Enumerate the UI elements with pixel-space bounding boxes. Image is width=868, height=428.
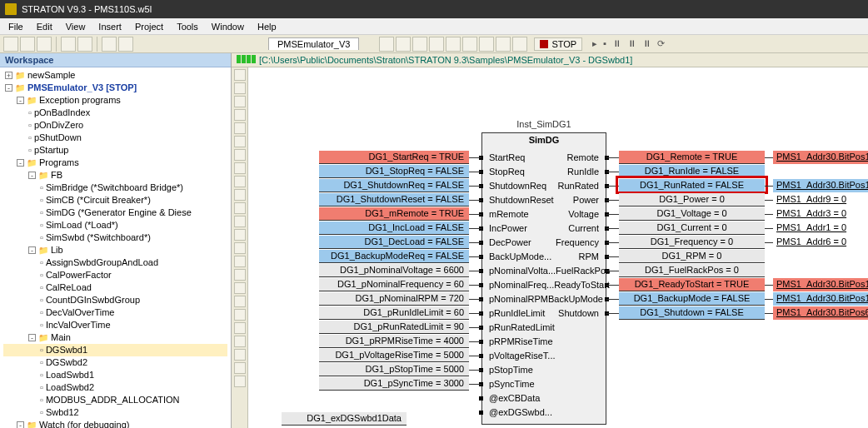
input-value-box[interactable]: DG1_pRunRatedLimit = 90 [319, 321, 469, 334]
address-link[interactable]: PMS1_Addr30.BitPos14... [773, 292, 868, 306]
menu-help[interactable]: Help [252, 20, 282, 33]
address-link[interactable]: PMS1_Addr30.BitPos6 = [773, 306, 868, 320]
input-value-box[interactable]: DG1_IncLoad = FALSE [319, 221, 469, 235]
toolbar-button[interactable] [429, 37, 444, 52]
menu-view[interactable]: View [61, 20, 91, 33]
toolbar-button[interactable] [496, 37, 511, 52]
input-value-box[interactable]: DG1_StopReq = FALSE [319, 165, 469, 178]
toolbar-button[interactable] [412, 37, 427, 52]
input-value-box[interactable]: DG1_pStopTime = 5000 [319, 363, 469, 376]
input-value-box[interactable]: DG1_pNominalRPM = 720 [319, 292, 469, 306]
output-value-box[interactable]: DG1_Frequency = 0 [619, 236, 765, 249]
output-value-box[interactable]: DG1_Remote = TRUE [619, 151, 765, 164]
toolbar-button[interactable] [462, 37, 477, 52]
toolbar-button[interactable] [118, 37, 133, 52]
tree-node[interactable]: AssignSwbdGroupAndLoad [3, 256, 227, 269]
tree-node[interactable]: LoadSwbd2 [3, 381, 227, 394]
tree-node[interactable]: pOnDivZero [3, 119, 227, 132]
tree-node[interactable]: -Watch (for debugging) [3, 419, 227, 428]
input-value-box[interactable]: DG1_mRemote = TRUE [319, 207, 469, 221]
tree-toggle-icon[interactable]: - [17, 97, 24, 104]
editor-tab[interactable]: PMSEmulator_V3 [268, 37, 359, 50]
input-value-box[interactable]: DG1_StartReq = TRUE [319, 151, 469, 164]
output-value-box[interactable]: DG1_Shutdown = FALSE [619, 306, 765, 320]
toolbar-button[interactable] [3, 37, 18, 52]
input-value-box[interactable]: DG1_exDGSwbd1Data [282, 412, 407, 426]
output-value-box[interactable]: DG1_Current = 0 [619, 221, 765, 235]
menu-tools[interactable]: Tools [172, 20, 203, 33]
address-link[interactable]: PMS1_Addr30.BitPos11... [773, 179, 868, 192]
tree-node[interactable]: SimLoad (*Load*) [3, 219, 227, 231]
tree-node[interactable]: CalPowerFactor [3, 269, 227, 281]
tree-node[interactable]: -Exception programs [3, 94, 227, 107]
tree-toggle-icon[interactable]: - [17, 421, 24, 428]
tree-node[interactable]: IncValOverTime [3, 319, 227, 331]
tree-node[interactable]: -Lib [3, 244, 227, 256]
output-value-box[interactable]: DG1_RunRated = FALSE [619, 179, 765, 192]
input-value-box[interactable]: DG1_pNominalVoltage = 6600 [319, 264, 469, 277]
address-link[interactable]: PMS1_Addr30.BitPos13... [773, 151, 868, 164]
toolbar-button[interactable] [37, 37, 52, 52]
input-value-box[interactable]: DG1_pNominalFrequency = 60 [319, 278, 469, 291]
menu-window[interactable]: Window [207, 20, 249, 33]
toolbar-button[interactable] [20, 37, 35, 52]
input-value-box[interactable]: DG1_DecLoad = FALSE [319, 236, 469, 249]
tree-node[interactable]: -Programs [3, 157, 227, 169]
tree-node[interactable]: SimDG (*Generator Engine & Diese [3, 207, 227, 219]
input-value-box[interactable]: DG1_pSyncTime = 3000 [319, 377, 469, 391]
tree-node[interactable]: +newSample [3, 69, 227, 82]
output-value-box[interactable]: DG1_RunIdle = FALSE [619, 165, 765, 178]
tree-node[interactable]: LoadSwbd1 [3, 369, 227, 381]
tree-toggle-icon[interactable]: - [28, 246, 36, 254]
address-link[interactable]: PMS1_Addr30.BitPos12... [773, 278, 868, 291]
output-value-box[interactable]: DG1_Voltage = 0 [619, 207, 765, 221]
menu-file[interactable]: File [3, 20, 28, 33]
output-value-box[interactable]: DG1_FuelRackPos = 0 [619, 264, 765, 277]
playback-icons[interactable]: ▸ ▪ ⏸ ⏸ ⏸ ⟳ [592, 38, 666, 49]
output-value-box[interactable]: DG1_RPM = 0 [619, 250, 765, 263]
tree-node[interactable]: DecValOverTime [3, 306, 227, 319]
input-value-box[interactable]: DG1_pVoltageRiseTime = 5000 [319, 349, 469, 362]
project-tree[interactable]: +newSample-PMSEmulator_V3 [STOP]-Excepti… [0, 67, 231, 428]
fbd-canvas[interactable]: Inst_SimDG1SimDGStartReqRemoteStopReqRun… [232, 67, 868, 428]
tree-toggle-icon[interactable]: - [5, 84, 12, 92]
toolbar-button[interactable] [512, 37, 527, 52]
tree-node[interactable]: pShutDown [3, 132, 227, 144]
tree-node[interactable]: pOnBadIndex [3, 107, 227, 119]
input-value-box[interactable]: DG1_BackupModeReq = FALSE [319, 250, 469, 263]
input-value-box[interactable]: DG1_ShutdownReset = FALSE [319, 193, 469, 207]
tree-toggle-icon[interactable]: - [28, 334, 36, 341]
toolbar-button[interactable] [446, 37, 461, 52]
tree-toggle-icon[interactable]: - [28, 172, 36, 179]
menu-project[interactable]: Project [130, 20, 168, 33]
toolbar-button[interactable] [77, 37, 92, 52]
toolbar-button[interactable] [479, 37, 494, 52]
stop-button[interactable]: STOP [534, 37, 582, 51]
address-link[interactable]: PMS1_Addr6 = 0 [773, 236, 850, 249]
toolbar-button[interactable] [102, 37, 117, 52]
tree-node[interactable]: DGSwbd2 [3, 356, 227, 369]
tree-node[interactable]: -Main [3, 331, 227, 344]
tree-node[interactable]: SimBridge (*Switchboard Bridge*) [3, 182, 227, 194]
menu-edit[interactable]: Edit [32, 20, 57, 33]
tree-node[interactable]: SimCB (*Circuit Breaker*) [3, 194, 227, 207]
tree-node[interactable]: DGSwbd1 [3, 344, 227, 356]
output-value-box[interactable]: DG1_Power = 0 [619, 193, 765, 207]
tree-node[interactable]: MODBUS_ADDR_ALLOCATION [3, 394, 227, 406]
tree-node[interactable]: pStartup [3, 144, 227, 157]
address-link[interactable]: PMS1_Addr1 = 0 [773, 221, 850, 235]
tree-node[interactable]: CountDGInSwbdGroup [3, 294, 227, 306]
input-value-box[interactable]: DG1_ShutdownReq = FALSE [319, 179, 469, 192]
tree-node[interactable]: CalReLoad [3, 281, 227, 294]
tree-node[interactable]: Swbd12 [3, 406, 227, 419]
input-value-box[interactable]: DG1_pRunIdleLimit = 60 [319, 306, 469, 320]
function-block[interactable]: Inst_SimDG1SimDGStartReqRemoteStopReqRun… [481, 132, 606, 425]
output-value-box[interactable]: DG1_ReadyToStart = TRUE [619, 278, 765, 291]
toolbar-button[interactable] [396, 37, 411, 52]
toolbar-button[interactable] [61, 37, 76, 52]
address-link[interactable]: PMS1_Addr9 = 0 [773, 193, 850, 207]
tree-toggle-icon[interactable]: - [17, 159, 24, 167]
output-value-box[interactable]: DG1_BackupMode = FALSE [619, 292, 765, 306]
tree-node[interactable]: SimSwbd (*Switchboard*) [3, 231, 227, 244]
tree-toggle-icon[interactable]: + [5, 72, 12, 79]
